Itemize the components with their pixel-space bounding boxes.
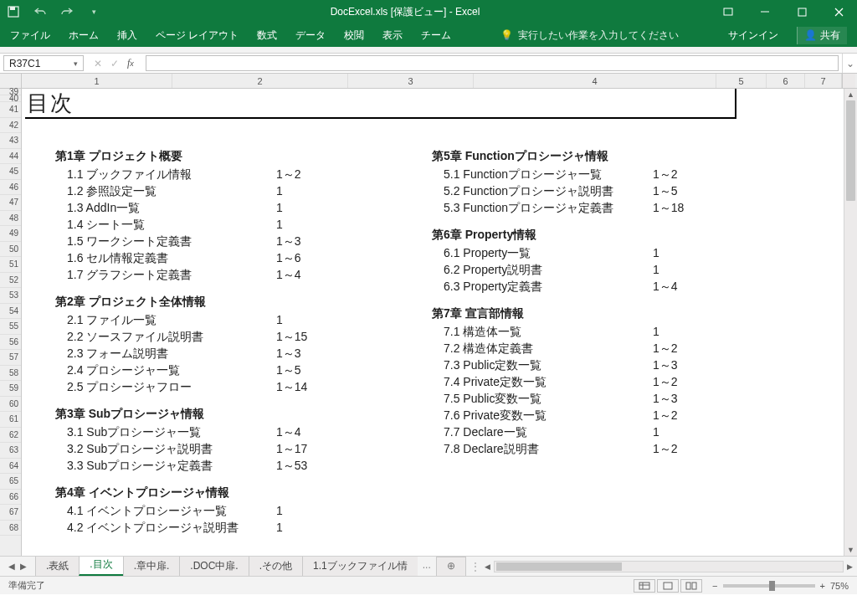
signin-link[interactable]: サインイン <box>728 28 778 43</box>
ribbon-tab[interactable]: データ <box>295 28 326 43</box>
document-title-text: 目次 <box>27 89 74 118</box>
zoom-out-button[interactable]: − <box>712 581 717 591</box>
horizontal-scrollbar[interactable]: ◀ ▶ <box>482 559 855 573</box>
fx-icon[interactable]: fx <box>127 57 139 69</box>
row-header[interactable]: 44 <box>0 149 21 165</box>
row-header[interactable]: 53 <box>0 288 21 304</box>
minimize-button[interactable] <box>747 0 783 23</box>
redo-icon[interactable] <box>60 5 74 18</box>
formula-input[interactable] <box>146 55 839 71</box>
sheet-tabs-overflow[interactable]: ... <box>418 557 436 576</box>
tab-nav-prev-icon[interactable]: ◀ <box>8 562 15 571</box>
normal-view-button[interactable] <box>634 579 655 593</box>
vertical-scrollbar[interactable]: ▲ ▼ <box>844 89 857 556</box>
row-header[interactable]: 42 <box>0 118 21 134</box>
toc-item-label: 7.5 Public変数一覧 <box>444 390 653 407</box>
ribbon-tab[interactable]: 表示 <box>382 28 403 43</box>
scroll-down-icon[interactable]: ▼ <box>844 544 857 556</box>
row-header[interactable]: 47 <box>0 195 21 211</box>
ribbon-display-icon[interactable] <box>710 0 747 23</box>
zoom-slider[interactable] <box>723 584 815 588</box>
maximize-button[interactable] <box>783 0 820 23</box>
save-icon[interactable] <box>7 5 20 18</box>
ribbon-tab[interactable]: 校閲 <box>344 28 364 43</box>
enter-formula-icon[interactable]: ✓ <box>110 58 119 69</box>
toc-item-label: 3.1 Subプロシージャ一覧 <box>67 424 276 440</box>
row-header[interactable]: 41 <box>0 102 21 118</box>
scroll-up-icon[interactable]: ▲ <box>844 89 857 100</box>
tab-nav-next-icon[interactable]: ▶ <box>20 562 27 571</box>
row-header[interactable]: 51 <box>0 257 21 273</box>
zoom-in-button[interactable]: + <box>820 581 825 591</box>
chevron-down-icon[interactable]: ▾ <box>74 59 78 68</box>
expand-formula-bar-icon[interactable]: ⌄ <box>842 54 857 73</box>
share-icon: 👤 <box>804 29 817 41</box>
sheet-tab[interactable]: .DOC中扉. <box>179 557 249 576</box>
row-header[interactable]: 59 <box>0 381 21 397</box>
ribbon-tab[interactable]: ホーム <box>69 28 99 43</box>
vscroll-thumb[interactable] <box>846 100 855 201</box>
toc-item-label: 2.1 ファイル一覧 <box>67 311 276 328</box>
sheet-tab[interactable]: .表紙 <box>35 557 80 576</box>
row-header[interactable]: 49 <box>0 226 21 242</box>
column-header[interactable]: 4 <box>474 74 716 88</box>
row-header[interactable]: 60 <box>0 397 21 413</box>
toc-item-pages: 1 <box>653 323 703 340</box>
toc-item-pages: 1～14 <box>276 378 326 395</box>
share-button[interactable]: 👤 共有 <box>797 27 847 44</box>
scroll-right-icon[interactable]: ▶ <box>844 561 855 572</box>
ribbon-tab[interactable]: 挿入 <box>117 28 137 43</box>
ribbon-tab[interactable]: ファイル <box>10 28 50 43</box>
sheet-canvas[interactable]: 目次 第1章 プロジェクト概要1.1 ブックファイル情報1～21.2 参照設定一… <box>22 89 844 556</box>
tab-split-handle[interactable]: ⋮ <box>470 561 480 572</box>
close-button[interactable] <box>820 0 857 23</box>
sheet-tab[interactable]: .目次 <box>79 557 123 576</box>
name-box[interactable]: R37C1 ▾ <box>3 55 84 71</box>
row-header[interactable]: 55 <box>0 319 21 335</box>
ribbon-tab[interactable]: ページ レイアウト <box>156 28 239 43</box>
row-header[interactable]: 65 <box>0 474 21 490</box>
tell-me-search[interactable]: 💡 実行したい作業を入力してください <box>500 28 679 43</box>
cancel-formula-icon[interactable]: ✕ <box>94 58 102 69</box>
sheet-tab[interactable]: .章中扉. <box>123 557 181 576</box>
row-header[interactable]: 40 <box>0 95 21 102</box>
row-header[interactable]: 61 <box>0 412 21 428</box>
row-header[interactable]: 56 <box>0 335 21 351</box>
row-header[interactable]: 66 <box>0 490 21 506</box>
column-header[interactable]: 1 <box>22 74 172 88</box>
row-header[interactable]: 43 <box>0 133 21 149</box>
zoom-level[interactable]: 75% <box>830 581 849 591</box>
row-header[interactable]: 45 <box>0 164 21 180</box>
undo-icon[interactable] <box>33 5 47 18</box>
page-break-view-button[interactable] <box>680 579 702 593</box>
sheet-tab[interactable]: 1.1ブックファイル情 <box>302 557 418 576</box>
toc-item-pages: 1～3 <box>653 390 703 407</box>
row-header[interactable]: 67 <box>0 505 21 521</box>
row-header[interactable]: 52 <box>0 273 21 289</box>
row-header[interactable]: 57 <box>0 350 21 366</box>
column-header[interactable]: 5 <box>716 74 767 88</box>
row-header[interactable]: 62 <box>0 428 21 444</box>
ribbon-tab[interactable]: チーム <box>421 28 451 43</box>
qat-customize-icon[interactable]: ▾ <box>87 5 100 18</box>
column-header[interactable]: 7 <box>805 74 842 88</box>
column-header[interactable]: 6 <box>767 74 805 88</box>
row-header[interactable]: 68 <box>0 521 21 536</box>
row-header[interactable]: 48 <box>0 211 21 227</box>
column-header[interactable]: 2 <box>172 74 348 88</box>
row-header[interactable]: 64 <box>0 459 21 475</box>
select-all-corner[interactable] <box>0 74 22 88</box>
sheet-tab[interactable]: .その他 <box>249 557 303 576</box>
scroll-left-icon[interactable]: ◀ <box>482 561 494 572</box>
row-header[interactable]: 54 <box>0 304 21 320</box>
add-sheet-button[interactable]: ⊕ <box>436 557 466 576</box>
row-header[interactable]: 50 <box>0 242 21 258</box>
toc-item: 5.1 Functionプロシージャ一覧1～2 <box>432 166 742 182</box>
page-layout-view-button[interactable] <box>657 579 679 593</box>
ribbon-tab[interactable]: 数式 <box>257 28 277 43</box>
column-header[interactable]: 3 <box>348 74 474 88</box>
row-header[interactable]: 58 <box>0 366 21 382</box>
row-header[interactable]: 63 <box>0 443 21 459</box>
row-header[interactable]: 46 <box>0 180 21 196</box>
hscroll-thumb[interactable] <box>496 562 622 571</box>
